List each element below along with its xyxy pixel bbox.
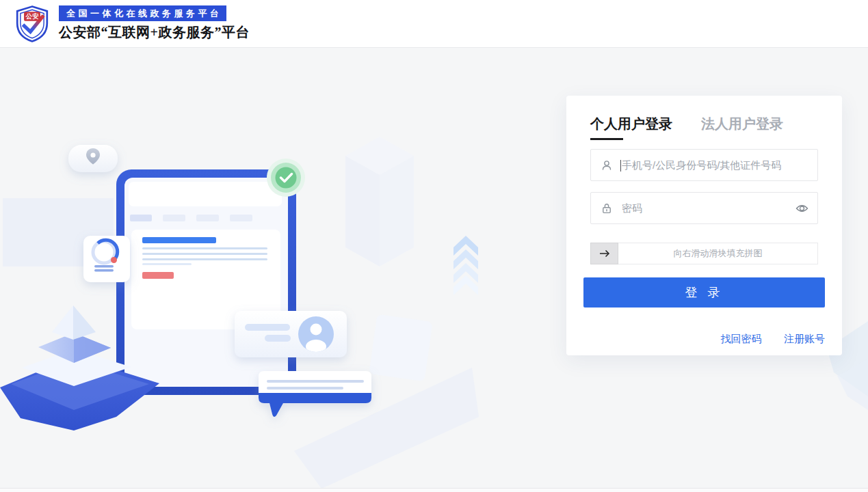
header-text: 全国一体化在线政务服务平台 公安部“互联网+政务服务”平台 <box>59 5 250 42</box>
login-card: 个人用户登录 法人用户登录 <box>566 96 842 355</box>
slider-handle[interactable] <box>590 243 618 264</box>
register-link[interactable]: 注册账号 <box>784 333 825 344</box>
login-links: 找回密码 注册账号 <box>566 333 842 346</box>
donut-chart-icon <box>83 236 130 282</box>
check-badge-icon <box>267 159 305 197</box>
bg-tilted-card <box>369 314 432 382</box>
logo-label: 公安 <box>25 12 39 20</box>
eye-icon[interactable] <box>795 204 808 213</box>
shield-logo-icon: 公安 <box>15 5 49 42</box>
id-card-illustration <box>235 311 347 357</box>
account-field[interactable] <box>590 149 818 181</box>
slider-arrow-icon <box>599 248 611 259</box>
account-input[interactable] <box>622 150 786 180</box>
bg-iso-box <box>345 137 414 266</box>
site-title: 公安部“互联网+政务服务”平台 <box>59 23 250 42</box>
slider-hint: 向右滑动滑块填充拼图 <box>618 243 817 264</box>
tab-corporate-login[interactable]: 法人用户登录 <box>701 116 783 132</box>
captcha-slider[interactable]: 向右滑动滑块填充拼图 <box>590 243 818 264</box>
login-fields: 向右滑动滑块填充拼图 <box>566 149 842 264</box>
active-tab-underline <box>590 138 623 140</box>
login-tabs: 个人用户登录 法人用户登录 <box>566 96 842 140</box>
tablet-illustration <box>116 169 296 395</box>
platform-banner: 全国一体化在线政务服务平台 <box>59 5 226 21</box>
footer-strip <box>0 488 868 492</box>
user-icon <box>601 160 612 171</box>
location-pin-icon <box>68 145 118 172</box>
login-button[interactable]: 登 录 <box>583 277 825 308</box>
page: 公安 全国一体化在线政务服务平台 公安部“互联网+政务服务”平台 <box>0 0 868 492</box>
lock-icon <box>601 203 612 214</box>
forgot-password-link[interactable]: 找回密码 <box>721 333 762 344</box>
illustration <box>0 48 520 492</box>
text-caret <box>620 160 621 172</box>
tab-personal-login[interactable]: 个人用户登录 <box>590 116 672 140</box>
speech-bubble-illustration <box>259 371 371 417</box>
password-input[interactable] <box>622 193 786 223</box>
chevrons-up-icon <box>453 236 478 295</box>
password-field[interactable] <box>590 192 818 224</box>
header: 公安 全国一体化在线政务服务平台 公安部“互联网+政务服务”平台 <box>0 0 868 48</box>
tab-personal-label: 个人用户登录 <box>590 116 672 131</box>
